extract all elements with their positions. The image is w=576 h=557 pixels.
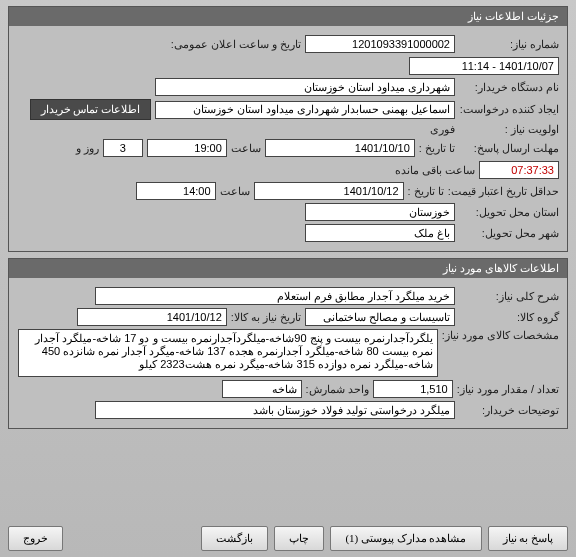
label-announce: تاریخ و ساعت اعلان عمومی: [171, 38, 301, 51]
creator-field[interactable] [155, 101, 455, 119]
label-delivery-state: استان محل تحویل: [459, 206, 559, 219]
label-unit: واحد شمارش: [306, 383, 369, 396]
group-field[interactable] [305, 308, 455, 326]
label-req-no: شماره نیاز: [459, 38, 559, 51]
label-creator: ایجاد کننده درخواست: [459, 103, 559, 116]
print-button[interactable]: چاپ [274, 526, 324, 551]
section1-title: جزئیات اطلاعات نیاز [9, 7, 567, 26]
label-day-and: روز و [76, 142, 99, 155]
priority-value: فوری [430, 123, 455, 136]
label-group: گروه کالا: [459, 311, 559, 324]
label-need-date: تاریخ نیاز به کالا: [231, 311, 301, 324]
respond-button[interactable]: پاسخ به نیاز [488, 526, 569, 551]
label-specs: مشخصات کالای مورد نیاز: [442, 329, 559, 342]
goods-info-section: اطلاعات کالاهای مورد نیاز شرح کلی نیاز: … [8, 258, 568, 429]
label-desc: شرح کلی نیاز: [459, 290, 559, 303]
time-remain-field[interactable] [479, 161, 559, 179]
label-qty: تعداد / مقدار مورد نیاز: [457, 383, 559, 396]
announce-field[interactable] [409, 57, 559, 75]
label-deadline-send: مهلت ارسال پاسخ: [459, 142, 559, 155]
deadline-send-time[interactable] [147, 139, 227, 157]
attachments-button[interactable]: مشاهده مدارک پیوستی (1) [330, 526, 481, 551]
section2-title: اطلاعات کالاهای مورد نیاز [9, 259, 567, 278]
label-hour-1: ساعت [231, 142, 261, 155]
back-button[interactable]: بازگشت [201, 526, 268, 551]
label-buyer-notes: توضیحات خریدار: [459, 404, 559, 417]
desc-field[interactable] [95, 287, 455, 305]
need-date-field[interactable] [77, 308, 227, 326]
unit-field[interactable] [222, 380, 302, 398]
buyer-notes-field[interactable] [95, 401, 455, 419]
specs-field[interactable] [18, 329, 438, 377]
contact-buyer-button[interactable]: اطلاعات تماس خریدار [30, 99, 152, 120]
deadline-valid-date[interactable] [254, 182, 404, 200]
delivery-city-field[interactable] [305, 224, 455, 242]
deadline-send-date[interactable] [265, 139, 415, 157]
exit-button[interactable]: خروج [8, 526, 63, 551]
label-hour-remain: ساعت باقی مانده [395, 164, 475, 177]
label-hour-2: ساعت [220, 185, 250, 198]
label-deadline-valid: حداقل تاریخ اعتبار قیمت: [448, 185, 559, 198]
label-buyer: نام دستگاه خریدار: [459, 81, 559, 94]
label-priority: اولویت نیاز : [459, 123, 559, 136]
buyer-field[interactable] [155, 78, 455, 96]
req-no-field[interactable] [305, 35, 455, 53]
days-remain-field[interactable] [103, 139, 143, 157]
label-delivery-city: شهر محل تحویل: [459, 227, 559, 240]
label-to-date-1: تا تاریخ : [419, 142, 455, 155]
need-details-section: جزئیات اطلاعات نیاز شماره نیاز: تاریخ و … [8, 6, 568, 252]
footer-bar: پاسخ به نیاز مشاهده مدارک پیوستی (1) چاپ… [8, 526, 568, 551]
delivery-state-field[interactable] [305, 203, 455, 221]
deadline-valid-time[interactable] [136, 182, 216, 200]
label-to-date-2: تا تاریخ : [408, 185, 444, 198]
qty-field[interactable] [373, 380, 453, 398]
